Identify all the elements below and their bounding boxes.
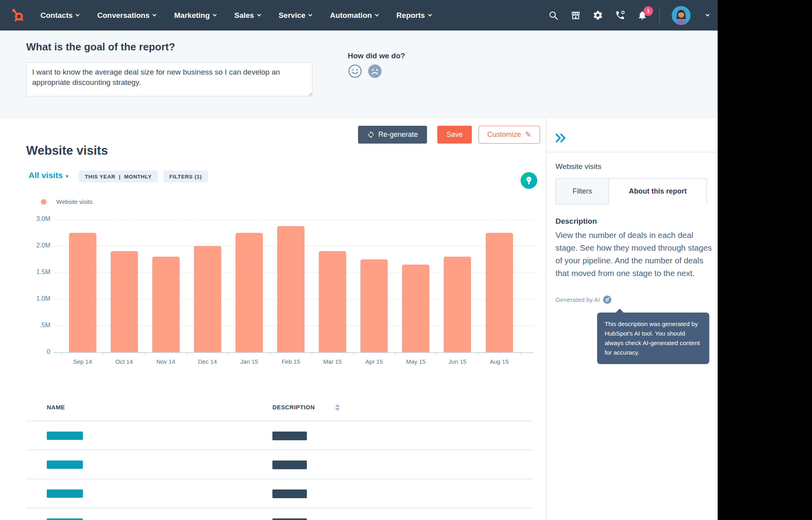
placeholder-description-bar [272,489,307,498]
chevron-down-icon [375,13,379,17]
bar-dec-14[interactable] [194,246,221,352]
bar-jan-15[interactable] [236,233,263,353]
insight-button[interactable] [521,172,537,189]
goal-input[interactable]: I want to know the average deal size for… [26,62,312,96]
notification-badge: 1 [643,6,653,16]
x-axis-label: Feb 15 [271,358,311,365]
hubspot-logo-icon[interactable] [11,8,25,23]
legend-label: Website visits [56,198,92,205]
collapse-panel-button[interactable] [554,133,568,145]
table-header-divider [26,421,533,421]
breakdown-dropdown[interactable]: All visits▾ [29,171,68,180]
account-chevron-down-icon[interactable] [706,13,710,17]
nav-divider [659,7,660,24]
sidebar-title: Website visits [555,162,601,171]
sprocket-icon[interactable] [603,295,611,304]
report-title: Website visits [26,144,108,158]
placeholder-description-bar [272,518,307,520]
nav-item-reports[interactable]: Reports [396,11,431,20]
regenerate-button[interactable]: Re-generate [358,126,427,144]
nav-item-marketing[interactable]: Marketing [174,11,216,20]
chart-legend[interactable]: Website visits [41,198,92,205]
nav-item-contacts[interactable]: Contacts [40,11,79,20]
bar-apr-15[interactable] [360,259,388,353]
y-axis-label: 0 [15,348,50,355]
customize-button[interactable]: Customize ✎ [479,126,540,144]
date-range-chip[interactable]: THIS YEAR | MONTHLY [79,171,158,182]
axis-tick [312,352,312,355]
axis-tick [61,352,62,355]
filters-chip[interactable]: FILTERS (1) [163,171,208,182]
placeholder-name-bar [47,432,83,440]
save-button[interactable]: Save [437,126,472,144]
bar-oct-14[interactable] [111,251,138,352]
nav-menu: Contacts Conversations Marketing Sales S… [40,11,431,20]
table-row-divider [26,479,533,479]
sidebar-divider [546,152,718,152]
nav-item-automation[interactable]: Automation [330,11,378,20]
sort-icon[interactable] [335,404,340,411]
legend-dot-icon [41,199,46,205]
app-window: Contacts Conversations Marketing Sales S… [0,0,718,520]
nav-item-conversations[interactable]: Conversations [97,11,156,20]
nav-item-service[interactable]: Service [279,11,312,20]
placeholder-name-bar [47,461,83,469]
axis-tick [228,352,229,355]
x-axis-label: Mar 15 [313,358,352,365]
refresh-icon [367,131,375,138]
bar-nov-14[interactable] [152,257,180,352]
x-axis-label: May 15 [396,358,436,365]
goal-section: What is the goal of the report? I want t… [0,31,718,118]
x-axis-label: Sep 14 [63,358,102,365]
ai-disclaimer-tooltip: This description was generated by HubSpo… [597,313,709,364]
placeholder-name-bar [47,489,83,498]
goal-question: What is the goal of the report? [26,41,175,53]
axis-tick [270,352,270,355]
axis-tick [520,352,521,355]
x-axis-label: Oct 14 [104,358,144,365]
table-row-divider [26,450,533,450]
chevron-down-icon [76,13,80,17]
placeholder-description-bar [272,432,307,440]
top-nav: Contacts Conversations Marketing Sales S… [0,0,718,31]
notifications-icon[interactable]: 1 [637,10,647,21]
tooltip-arrow [615,309,624,313]
bar-sep-14[interactable] [69,233,96,353]
report-details-sidebar: Website visits Filters About this report… [546,118,718,520]
chevron-down-icon [213,13,217,17]
bar-mar-15[interactable] [319,251,346,352]
tab-filters[interactable]: Filters [555,178,609,204]
search-icon[interactable] [548,10,559,21]
table-header-description[interactable]: DESCRIPTION [272,404,315,411]
description-heading: Description [555,217,597,226]
axis-tick [437,352,437,355]
bar-aug-15[interactable] [486,233,513,353]
table-header-name: NAME [47,404,65,411]
smile-icon[interactable] [348,64,362,79]
y-axis-label: 1.0M [15,295,50,302]
y-axis-label: .5M [15,322,50,329]
y-axis-label: 1.5M [15,269,50,276]
gridline [54,219,533,220]
sidebar-tabs: Filters About this report [555,178,707,204]
nav-item-sales[interactable]: Sales [234,11,260,20]
tab-about-this-report[interactable]: About this report [609,178,707,204]
calling-icon[interactable] [615,10,625,21]
feedback-label: How did we do? [348,52,405,60]
double-chevron-right-icon [554,133,568,143]
screen: Contacts Conversations Marketing Sales S… [0,0,812,520]
generated-by-ai: Generated by AI [555,295,611,304]
bar-may-15[interactable] [402,265,429,352]
pencil-icon: ✎ [525,130,531,139]
settings-icon[interactable] [593,10,603,21]
bar-jun-15[interactable] [444,257,471,352]
y-axis-label: 2.0M [15,242,50,249]
chevron-down-icon [153,13,157,17]
avatar[interactable] [672,6,691,25]
frown-icon[interactable] [368,64,382,79]
bar-feb-15[interactable] [277,226,304,352]
placeholder-name-bar [47,518,83,520]
x-axis-label: Jun 15 [438,358,477,365]
marketplace-icon[interactable] [571,10,581,21]
axis-tick [187,352,187,355]
